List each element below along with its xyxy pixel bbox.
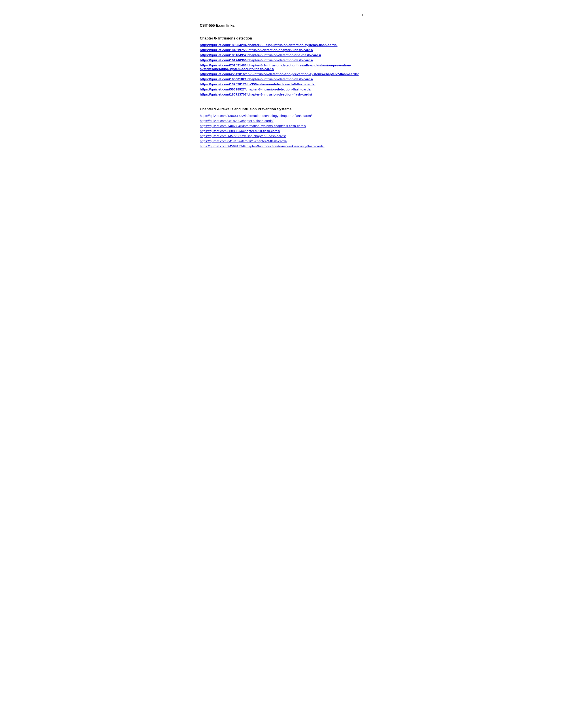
- chapter8-link-4[interactable]: https://quizlet.com/251591483/chapter-8-…: [200, 63, 351, 71]
- chapter8-link-8[interactable]: https://quizlet.com/56698927/chapter-8-i…: [200, 87, 311, 91]
- chapter8-link-item: https://quizlet.com/56698927/chapter-8-i…: [200, 87, 363, 91]
- chapter9-link-6[interactable]: https://quizlet.com/245991394/chapter-9-…: [200, 144, 324, 148]
- chapter8-link-0[interactable]: https://quizlet.com/180954294/chapter-8-…: [200, 43, 337, 47]
- chapter8-link-item: https://quizlet.com/251591483/chapter-8-…: [200, 63, 363, 71]
- chapter9-link-2[interactable]: https://quizlet.com/74068345/information…: [200, 124, 306, 128]
- main-title: CSIT-555-Exam links.: [200, 24, 363, 28]
- chapter9-link-item: https://quizlet.com/9818289/chapter-9-fl…: [200, 119, 363, 123]
- chapter8-link-1[interactable]: https://quizlet.com/104319753/intrusion-…: [200, 48, 313, 52]
- chapter9-link-0[interactable]: https://quizlet.com/130641722/informatio…: [200, 114, 312, 118]
- chapter8-link-item: https://quizlet.com/180954294/chapter-8-…: [200, 43, 363, 47]
- chapter9-link-item: https://quizlet.com/130641722/informatio…: [200, 114, 363, 118]
- chapter8-link-2[interactable]: https://quizlet.com/188164952/chapter-8-…: [200, 53, 321, 57]
- chapter8-title: Chapter 8- Intrusions detection: [200, 36, 363, 40]
- chapter8-link-item: https://quizlet.com/195001821/chapter-8-…: [200, 77, 363, 81]
- chapter9-link-4[interactable]: https://quizlet.com/145773052/cissp-chap…: [200, 134, 286, 138]
- chapter8-link-item: https://quizlet.com/137578176/cs356-intr…: [200, 82, 363, 86]
- chapter8-link-item: https://quizlet.com/45042016/ch-8-intrus…: [200, 72, 363, 76]
- chapter8-link-item: https://quizlet.com/180713707/chapter-8-…: [200, 92, 363, 96]
- chapter8-link-item: https://quizlet.com/104319753/intrusion-…: [200, 48, 363, 52]
- chapter9-section: Chapter 9 -Firewalls and Intrusion Preve…: [200, 107, 363, 148]
- chapter9-link-item: https://quizlet.com/245991394/chapter-9-…: [200, 144, 363, 148]
- page-number: 1: [200, 13, 363, 17]
- chapter9-link-3[interactable]: https://quizlet.com/30809674/chapter-9-1…: [200, 129, 280, 133]
- chapter8-link-list: https://quizlet.com/180954294/chapter-8-…: [200, 43, 363, 96]
- chapter8-link-6[interactable]: https://quizlet.com/195001821/chapter-8-…: [200, 77, 313, 81]
- chapter8-link-7[interactable]: https://quizlet.com/137578176/cs356-intr…: [200, 82, 315, 86]
- chapter9-link-item: https://quizlet.com/74068345/information…: [200, 124, 363, 128]
- chapter9-link-item: https://quizlet.com/8414137/ifsm-201-cha…: [200, 139, 363, 143]
- chapter9-title: Chapter 9 -Firewalls and Intrusion Preve…: [200, 107, 363, 111]
- chapter8-link-5[interactable]: https://quizlet.com/45042016/ch-8-intrus…: [200, 72, 359, 76]
- chapter8-section: Chapter 8- Intrusions detection https://…: [200, 36, 363, 96]
- chapter8-link-item: https://quizlet.com/161746306/chapter-8-…: [200, 58, 363, 62]
- chapter8-link-9[interactable]: https://quizlet.com/180713707/chapter-8-…: [200, 92, 312, 96]
- chapter9-link-5[interactable]: https://quizlet.com/8414137/ifsm-201-cha…: [200, 139, 287, 143]
- chapter9-link-item: https://quizlet.com/30809674/chapter-9-1…: [200, 129, 363, 133]
- chapter9-link-1[interactable]: https://quizlet.com/9818289/chapter-9-fl…: [200, 119, 273, 123]
- chapter9-link-item: https://quizlet.com/145773052/cissp-chap…: [200, 134, 363, 138]
- chapter8-link-item: https://quizlet.com/188164952/chapter-8-…: [200, 53, 363, 57]
- chapter8-link-3[interactable]: https://quizlet.com/161746306/chapter-8-…: [200, 58, 313, 62]
- chapter9-link-list: https://quizlet.com/130641722/informatio…: [200, 114, 363, 148]
